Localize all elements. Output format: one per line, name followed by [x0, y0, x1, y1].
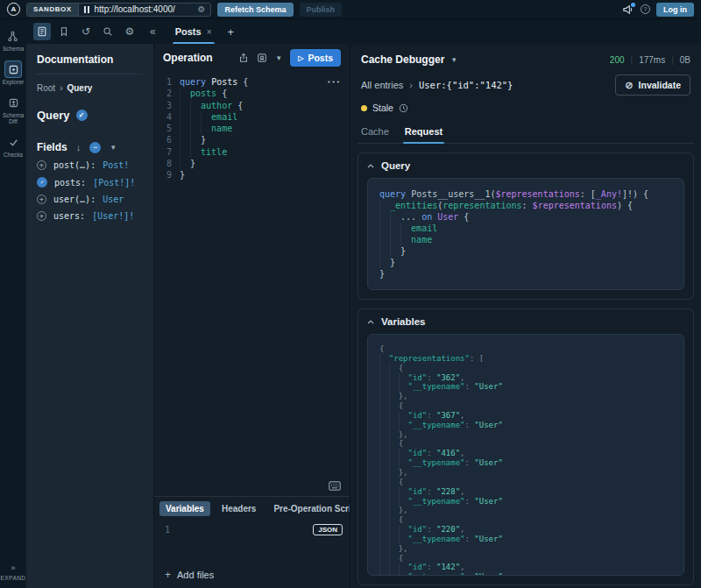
breadcrumb-separator: › — [409, 80, 413, 90]
chevron-down-icon[interactable]: ▼ — [110, 144, 117, 152]
code-line: "representations": [ — [379, 354, 672, 364]
tab-request[interactable]: Request — [405, 120, 443, 143]
keyboard-shortcuts-icon[interactable] — [329, 481, 341, 491]
documentation-panel-icon[interactable] — [33, 23, 51, 40]
code-line: } — [379, 268, 672, 280]
all-entries-link[interactable]: All entries — [361, 80, 403, 90]
publish-button[interactable]: Publish — [300, 3, 343, 17]
tab-variables[interactable]: Variables — [159, 501, 210, 516]
endpoint-url[interactable]: http://localhost:4000/ — [95, 4, 193, 14]
entry-breadcrumb-row: All entries › User:{"id":"142"} ⊘ Invali… — [358, 71, 694, 99]
save-to-collection-icon[interactable] — [257, 53, 267, 63]
add-field-icon[interactable]: + — [37, 160, 46, 170]
sidebar-item-schema[interactable]: Schema — [3, 28, 24, 52]
code-line: name — [379, 234, 672, 245]
refetch-schema-button[interactable]: Refetch Schema — [217, 3, 293, 17]
line-number: 5 — [154, 123, 172, 134]
field-type[interactable]: Post! — [103, 160, 129, 170]
sort-arrow-icon[interactable]: ↓ — [76, 142, 81, 152]
field-type[interactable]: User — [103, 195, 124, 204]
top-bar: A SANDBOX http://localhost:4000/ ⚙ Refet… — [0, 0, 701, 19]
expand-sidebar-button[interactable]: » EXPAND — [0, 563, 25, 581]
code-line: { — [379, 554, 672, 563]
clock-icon[interactable] — [399, 103, 408, 113]
breadcrumb-separator: › — [60, 83, 62, 93]
line-menu-icon[interactable]: ••• — [327, 77, 341, 89]
schema-diff-icon — [5, 95, 21, 110]
field-name: users: — [53, 211, 85, 221]
explorer-icon — [5, 61, 21, 77]
operation-tab-posts[interactable]: Posts × — [166, 19, 221, 44]
login-button[interactable]: Log in — [656, 3, 694, 17]
breadcrumb-current: Query — [67, 83, 92, 93]
sidebar-item-checks[interactable]: Checks — [4, 134, 23, 158]
collapse-chevron-icon — [367, 164, 374, 168]
code-line: 2 posts { — [154, 88, 350, 99]
add-field-icon[interactable]: + — [37, 195, 46, 204]
field-list-item[interactable]: ✓posts:[Post!]! — [37, 177, 143, 188]
sidebar-item-schema-diff[interactable]: Schema Diff — [1, 95, 25, 124]
filter-icon[interactable]: − — [89, 142, 101, 153]
field-type[interactable]: [User!]! — [92, 211, 134, 221]
field-list-item[interactable]: +post(…):Post! — [37, 160, 143, 170]
pause-icon[interactable] — [84, 6, 89, 13]
documentation-title: Documentation — [37, 53, 143, 66]
run-history-icon[interactable]: ↺ — [77, 23, 95, 40]
breadcrumb-root-link[interactable]: Root — [37, 83, 55, 93]
help-icon[interactable]: ? — [641, 4, 650, 14]
variables-section-header[interactable]: Variables — [358, 309, 693, 334]
close-tab-icon[interactable]: × — [207, 27, 212, 37]
response-duration: 177ms — [639, 55, 665, 65]
variables-gutter-line-number: 1 — [165, 525, 170, 535]
documentation-panel: Documentation Root › Query Query ✓ Field… — [26, 44, 153, 588]
response-size: 0B — [680, 55, 690, 65]
code-line: "id": "362", — [379, 373, 672, 383]
code-line: 1query Posts { — [154, 76, 350, 88]
share-icon[interactable] — [238, 53, 249, 63]
line-number: 9 — [154, 169, 172, 181]
code-line: "id": "220", — [379, 525, 672, 535]
notification-dot — [631, 3, 635, 7]
code-line: }, — [379, 506, 672, 515]
field-name: post(…): — [53, 160, 96, 170]
query-section-header[interactable]: Query — [358, 153, 693, 178]
run-options-chevron-icon[interactable]: ▼ — [275, 54, 282, 62]
tab-cache[interactable]: Cache — [361, 120, 389, 143]
code-line: "__typename": "User" — [379, 421, 672, 430]
operation-code-editor[interactable]: 1query Posts {2 posts {3 author {4 email… — [154, 72, 350, 496]
fields-header: Fields ↓ − ▼ — [37, 141, 143, 153]
request-variables-json: { "representations": [ { "id": "362", "_… — [367, 334, 684, 576]
announcements-megaphone-icon[interactable] — [622, 4, 634, 16]
code-line: "__typename": "User" — [379, 572, 672, 576]
field-selected-check-icon: ✓ — [37, 177, 47, 188]
add-field-icon[interactable]: + — [37, 211, 46, 221]
run-operation-button[interactable]: ▷ Posts — [290, 49, 341, 67]
cache-debugger-panel: Cache Debugger ▼ 200 | 177ms | 0B All en… — [350, 44, 701, 588]
variables-editor[interactable]: 1 JSON — [154, 520, 350, 562]
panel-select-chevron-icon[interactable]: ▼ — [450, 56, 457, 64]
field-type[interactable]: [Post!]! — [93, 178, 135, 188]
add-files-button[interactable]: + Add files — [154, 562, 350, 588]
line-number: 6 — [154, 134, 172, 145]
field-list-item[interactable]: +users:[User!]! — [37, 211, 143, 221]
field-list-item[interactable]: +user(…):User — [37, 195, 143, 204]
explorer-settings-gear-icon[interactable]: ⚙ — [121, 23, 138, 40]
code-line: "id": "416", — [379, 449, 672, 458]
search-icon[interactable] — [99, 23, 117, 40]
sidebar-item-explorer[interactable]: Explorer — [3, 61, 25, 85]
endpoint-url-box[interactable]: SANDBOX http://localhost:4000/ ⚙ — [26, 3, 211, 17]
operation-collections-bookmark-icon[interactable] — [55, 23, 73, 40]
status-code: 200 — [610, 55, 625, 65]
new-tab-button[interactable]: + — [228, 25, 235, 39]
invalidate-button[interactable]: ⊘ Invalidate — [615, 74, 690, 96]
query-section: Query query Posts__users__1($representat… — [358, 152, 694, 300]
tab-headers[interactable]: Headers — [216, 501, 262, 516]
stale-status-dot — [361, 105, 367, 111]
line-number: 3 — [154, 100, 172, 111]
collapse-chevron-icon — [367, 320, 374, 324]
type-heading: Query ✓ — [37, 109, 143, 122]
connection-settings-gear-icon[interactable]: ⚙ — [198, 4, 206, 14]
code-line: }, — [379, 430, 672, 440]
tab-pre-operation-script[interactable]: Pre-Operation Script — [267, 501, 350, 516]
collapse-panel-icon[interactable]: « — [150, 25, 156, 38]
